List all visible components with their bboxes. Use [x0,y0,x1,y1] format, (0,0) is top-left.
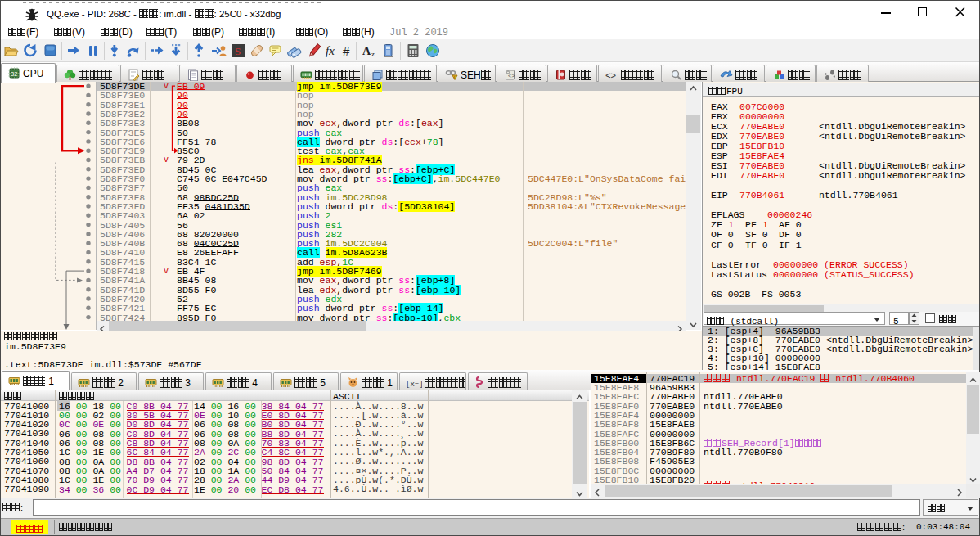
svg-text:<>: <> [605,71,616,81]
svg-text:32: 32 [11,70,17,78]
svg-text:S: S [235,45,241,57]
svg-text:A: A [362,45,371,57]
svg-text:<>: <> [508,73,515,79]
svg-text:fx: fx [326,44,335,57]
svg-text:#: # [343,44,350,58]
svg-text:!: ! [454,75,455,80]
svg-text:z: z [371,50,375,58]
svg-text:[x=]: [x=] [406,381,422,389]
